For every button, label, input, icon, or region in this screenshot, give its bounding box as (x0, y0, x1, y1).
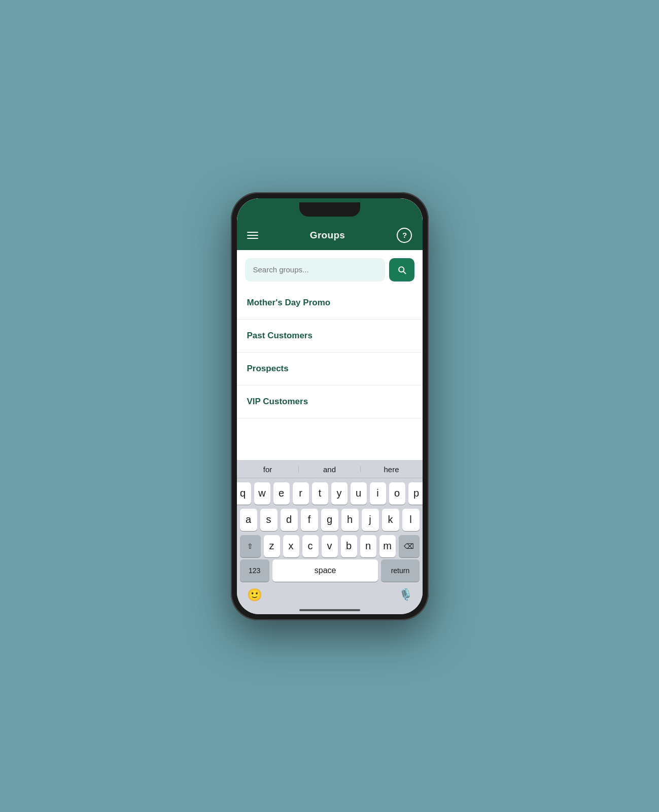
key-r[interactable]: r (293, 482, 309, 505)
search-container (237, 250, 423, 287)
search-input[interactable] (245, 258, 385, 281)
suggestion-here[interactable]: here (361, 464, 423, 475)
key-s[interactable]: s (260, 509, 278, 531)
backspace-key[interactable]: ⌫ (399, 535, 420, 557)
key-k[interactable]: k (382, 509, 399, 531)
key-w[interactable]: w (254, 482, 270, 505)
emoji-icon[interactable]: 🙂 (247, 588, 262, 602)
key-d[interactable]: d (281, 509, 298, 531)
key-m[interactable]: m (379, 535, 396, 557)
group-item-label: Past Customers (247, 331, 313, 340)
list-item[interactable]: Mother's Day Promo (237, 287, 423, 320)
list-item[interactable]: Prospects (237, 352, 423, 385)
notch (299, 202, 360, 217)
key-z[interactable]: z (264, 535, 280, 557)
home-indicator (237, 607, 423, 614)
keyboard-suggestions: for and here (237, 460, 423, 478)
group-list: Mother's Day Promo Past Customers Prospe… (237, 287, 423, 460)
microphone-icon[interactable]: 🎙️ (399, 588, 412, 602)
key-row-2: a s d f g h j k l (240, 509, 420, 531)
shift-key[interactable]: ⇧ (240, 535, 261, 557)
page-title: Groups (310, 230, 345, 241)
key-p[interactable]: p (408, 482, 423, 505)
list-item[interactable]: VIP Customers (237, 385, 423, 418)
key-v[interactable]: v (322, 535, 338, 557)
group-item-label: VIP Customers (247, 397, 308, 406)
keyboard-bottom-row: 123 space return (237, 559, 423, 585)
key-n[interactable]: n (360, 535, 376, 557)
keyboard-emoji-bar: 🙂 🎙️ (237, 585, 423, 607)
phone-screen: Groups ? Mother's Day Promo Past Custome… (237, 198, 423, 614)
space-key[interactable]: space (272, 559, 378, 582)
key-u[interactable]: u (351, 482, 367, 505)
key-x[interactable]: x (283, 535, 299, 557)
key-c[interactable]: c (302, 535, 319, 557)
list-item[interactable]: Past Customers (237, 320, 423, 352)
key-e[interactable]: e (273, 482, 290, 505)
status-bar (237, 198, 423, 221)
help-label: ? (402, 231, 407, 239)
key-t[interactable]: t (312, 482, 328, 505)
key-j[interactable]: j (362, 509, 379, 531)
key-b[interactable]: b (341, 535, 357, 557)
keyboard-rows: q w e r t y u i o p a s d f g (237, 478, 423, 559)
keyboard: for and here q w e r t y u i o p (237, 460, 423, 614)
key-f[interactable]: f (301, 509, 318, 531)
group-item-label: Prospects (247, 364, 289, 373)
key-g[interactable]: g (321, 509, 338, 531)
key-o[interactable]: o (389, 482, 405, 505)
return-key[interactable]: return (381, 559, 419, 582)
key-q[interactable]: q (237, 482, 251, 505)
phone-frame: Groups ? Mother's Day Promo Past Custome… (231, 192, 429, 620)
menu-icon[interactable] (247, 232, 258, 239)
key-h[interactable]: h (341, 509, 359, 531)
key-i[interactable]: i (370, 482, 386, 505)
search-icon (397, 265, 407, 275)
search-button[interactable] (389, 258, 414, 281)
suggestion-and[interactable]: and (299, 464, 361, 475)
key-l[interactable]: l (402, 509, 420, 531)
suggestion-for[interactable]: for (237, 464, 299, 475)
home-indicator-bar (299, 609, 360, 611)
key-row-1: q w e r t y u i o p (240, 482, 420, 505)
key-row-3: ⇧ z x c v b n m ⌫ (240, 535, 420, 557)
numbers-key[interactable]: 123 (240, 559, 269, 582)
key-y[interactable]: y (331, 482, 348, 505)
help-button[interactable]: ? (397, 228, 412, 243)
group-item-label: Mother's Day Promo (247, 298, 331, 307)
key-a[interactable]: a (240, 509, 257, 531)
app-header: Groups ? (237, 221, 423, 250)
